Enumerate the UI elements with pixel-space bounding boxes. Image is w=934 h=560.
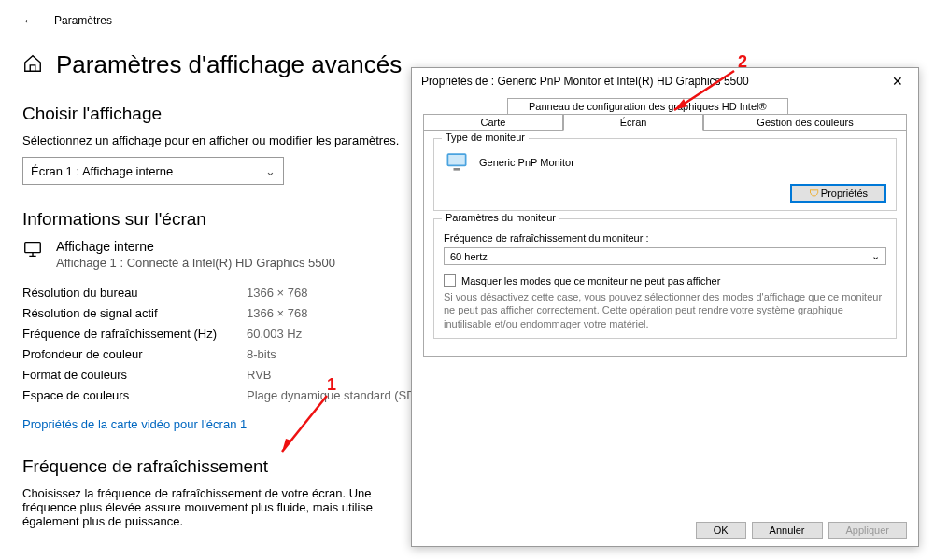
tab-panel-screen: Type de moniteur Generic PnP Monitor 🛡Pr… xyxy=(423,130,907,357)
monitor-properties-button[interactable]: 🛡Propriétés xyxy=(790,184,886,203)
ok-button[interactable]: OK xyxy=(696,522,746,539)
hide-modes-hint: Si vous désactivez cette case, vous pouv… xyxy=(444,290,886,330)
refresh-rate-select[interactable]: 60 hertz ⌄ xyxy=(444,247,886,265)
hide-modes-checkbox[interactable] xyxy=(444,274,456,287)
tab-intel-panel[interactable]: Panneau de configuration des graphiques … xyxy=(507,98,788,114)
home-icon xyxy=(22,53,43,77)
hide-modes-label: Masquer les modes que ce moniteur ne peu… xyxy=(461,275,720,287)
refresh-rate-value: 60 hertz xyxy=(450,251,488,262)
display-subname: Affichage 1 : Connecté à Intel(R) HD Gra… xyxy=(56,256,335,270)
display-select-value: Écran 1 : Affichage interne xyxy=(31,164,173,178)
svg-rect-2 xyxy=(448,155,465,165)
refresh-rate-label: Fréquence de rafraîchissement du moniteu… xyxy=(444,232,886,244)
tab-screen[interactable]: Écran xyxy=(563,114,703,131)
page-title: Paramètres d'affichage avancés xyxy=(56,50,402,79)
tab-color-management[interactable]: Gestion des couleurs xyxy=(703,114,907,130)
shield-icon: 🛡 xyxy=(809,188,819,199)
tab-card[interactable]: Carte xyxy=(423,114,563,130)
monitor-properties-dialog: Propriétés de : Generic PnP Monitor et I… xyxy=(411,67,919,547)
chevron-down-icon: ⌄ xyxy=(871,250,880,262)
group-title: Paramètres du moniteur xyxy=(442,212,559,223)
apply-button[interactable]: Appliquer xyxy=(828,522,907,539)
monitor-icon xyxy=(444,148,470,176)
display-name: Affichage interne xyxy=(56,239,335,254)
monitor-type-name: Generic PnP Monitor xyxy=(479,157,574,168)
svg-rect-3 xyxy=(454,168,460,171)
svg-rect-0 xyxy=(25,243,41,253)
topbar: ← Paramètres xyxy=(22,11,912,30)
adapter-properties-link[interactable]: Propriétés de la carte vidéo pour l'écra… xyxy=(22,417,247,431)
monitor-type-group: Type de moniteur Generic PnP Monitor 🛡Pr… xyxy=(433,138,897,211)
refresh-desc: Choisissez la fréquence de rafraîchissem… xyxy=(22,486,415,528)
display-select[interactable]: Écran 1 : Affichage interne ⌄ xyxy=(22,157,284,185)
dialog-title: Propriétés de : Generic PnP Monitor et I… xyxy=(421,75,749,88)
close-button[interactable]: ✕ xyxy=(886,74,909,89)
monitor-icon xyxy=(22,239,43,263)
breadcrumb: Paramètres xyxy=(54,14,112,27)
group-title: Type de moniteur xyxy=(442,132,529,143)
cancel-button[interactable]: Annuler xyxy=(752,522,823,539)
monitor-settings-group: Paramètres du moniteur Fréquence de rafr… xyxy=(433,218,897,339)
chevron-down-icon: ⌄ xyxy=(265,164,276,178)
back-button[interactable]: ← xyxy=(22,13,35,28)
